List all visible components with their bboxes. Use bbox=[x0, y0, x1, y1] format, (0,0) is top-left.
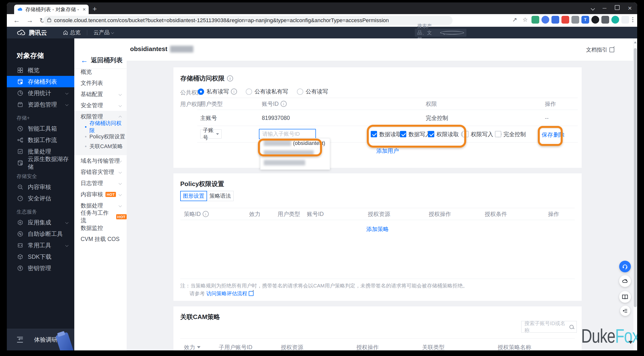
extension-icon[interactable] bbox=[532, 16, 539, 23]
sidebar-item-self-diagnosis[interactable]: 自助诊断工具 bbox=[7, 228, 74, 239]
extension-icon[interactable] bbox=[602, 16, 609, 23]
search-icon[interactable] bbox=[440, 31, 464, 34]
tab-search-chevron-icon[interactable] bbox=[592, 5, 594, 11]
customer-service-button[interactable] bbox=[619, 261, 631, 272]
sidebar-item-bucket-list[interactable]: 存储桶列表 bbox=[7, 76, 74, 87]
bucket-nav-policy-permission[interactable]: Policy权限设置 bbox=[74, 132, 127, 142]
search-icon[interactable] bbox=[570, 325, 574, 329]
radio-private-rw[interactable] bbox=[198, 89, 204, 95]
sidebar-item-sdk-download[interactable]: SDK下载 bbox=[7, 251, 74, 262]
sidebar-item-smart-toolbox[interactable]: 智能工具箱 bbox=[7, 123, 74, 134]
sub-account-select[interactable]: 子账号 bbox=[200, 129, 222, 139]
profile-avatar[interactable] bbox=[611, 16, 619, 23]
filter-icon[interactable] bbox=[197, 346, 200, 349]
sidebar-item-security-assessment[interactable]: 安全评估 bbox=[7, 192, 74, 204]
radio-public-rw[interactable] bbox=[297, 89, 303, 95]
sidebar-item-key-management[interactable]: 密钥管理 bbox=[7, 262, 74, 274]
checkbox-full-control[interactable]: 完全控制 bbox=[495, 130, 526, 138]
extension-icon[interactable] bbox=[552, 16, 559, 23]
page-scrollbar[interactable] bbox=[633, 38, 637, 351]
tencent-cloud-logo[interactable]: 腾讯云 bbox=[16, 29, 47, 37]
watermark-duke: Duke bbox=[581, 325, 615, 347]
lock-icon[interactable] bbox=[47, 19, 51, 22]
table-header-row: 效力 子用户账号ID 授权资源 授权操作 关联类型 授权策略名称 bbox=[180, 339, 575, 351]
nav-overview[interactable]: 总览 bbox=[62, 29, 80, 36]
policy-evaluation-link[interactable]: 访问策略评估流程 bbox=[206, 290, 247, 297]
add-policy-link[interactable]: 添加策略 bbox=[366, 225, 389, 233]
scrollbar-thumb[interactable] bbox=[634, 48, 637, 307]
sidebar-item-usage-stats[interactable]: 使用统计 bbox=[7, 87, 74, 99]
add-user-link[interactable]: 添加用户 bbox=[376, 147, 399, 155]
window-minimize-button[interactable]: ─ bbox=[602, 5, 606, 11]
radio-label: 公有读写 bbox=[306, 88, 328, 95]
sidebar-item-app-integration[interactable]: 应用集成 bbox=[7, 217, 74, 228]
extension-icon[interactable] bbox=[572, 16, 579, 23]
radio-public-read-private-write[interactable] bbox=[246, 89, 252, 95]
bucket-nav-basic-config[interactable]: 基础配置 bbox=[74, 89, 127, 100]
sidebar-item-content-audit[interactable]: 内容审核 bbox=[7, 181, 74, 192]
radio-label: 私有读写 bbox=[206, 88, 229, 95]
share-icon[interactable]: ↗ bbox=[510, 16, 519, 23]
sidebar-item-resource-packs[interactable]: 资源包管理 bbox=[7, 99, 74, 110]
sidebar-item-data-lake-storage[interactable]: 云原生数据湖存储 bbox=[7, 157, 74, 169]
doc-guide-link[interactable]: 文档指引 bbox=[586, 46, 614, 53]
console-search-input[interactable]: 搜索产品、文档... bbox=[415, 29, 466, 37]
extension-tampermonkey-icon[interactable]: T bbox=[582, 16, 589, 23]
feedback-list-button[interactable] bbox=[620, 306, 630, 316]
sidebar-item-common-tools[interactable]: 常用工具 bbox=[7, 239, 74, 251]
dropdown-item[interactable] bbox=[260, 158, 330, 168]
new-tab-button[interactable]: + bbox=[92, 5, 97, 13]
collapse-sidebar-icon[interactable] bbox=[17, 337, 23, 343]
bucket-nav-task-workflow[interactable]: 任务与工作流HOT bbox=[74, 211, 127, 222]
extension-icon[interactable] bbox=[562, 16, 569, 23]
bucket-nav-fault-tolerance[interactable]: 容错容灾管理 bbox=[74, 166, 127, 178]
back-button[interactable]: ← bbox=[13, 16, 20, 24]
bucket-nav-access-permission[interactable]: 存储桶访问权限 bbox=[74, 122, 127, 132]
info-icon[interactable]: i bbox=[231, 89, 237, 95]
scroll-up-arrow[interactable] bbox=[634, 41, 636, 43]
screenshot-frame: 存储桶列表 - 对象存储 - 控制台 × + ─ × ← → ↻ console… bbox=[0, 0, 644, 356]
info-icon[interactable]: i bbox=[280, 101, 287, 107]
overview-icon bbox=[16, 67, 24, 74]
bucket-nav-log-mgmt[interactable]: 日志管理 bbox=[74, 178, 127, 189]
cloud-notice-button[interactable] bbox=[619, 275, 631, 287]
browser-menu-icon[interactable] bbox=[632, 17, 633, 22]
bucket-nav-file-list[interactable]: 文件列表 bbox=[74, 77, 127, 89]
tab-graphic-setting[interactable]: 图形设置 bbox=[180, 191, 207, 201]
browser-tab[interactable]: 存储桶列表 - 对象存储 - 控制台 × bbox=[14, 5, 89, 14]
cam-search-input[interactable]: 搜索子账号ID或名称 bbox=[521, 321, 577, 333]
bucket-nav-domain-transfer[interactable]: 域名与传输管理 bbox=[74, 155, 127, 166]
extension-icon[interactable] bbox=[592, 16, 599, 23]
documentation-button[interactable] bbox=[619, 291, 631, 303]
cam-card-title: 关联CAM策略 bbox=[180, 313, 220, 321]
sidebar-item-data-workflow[interactable]: 数据工作流 bbox=[7, 134, 74, 146]
window-close-button[interactable]: × bbox=[628, 4, 632, 12]
bookmark-star-icon[interactable]: ☆ bbox=[521, 16, 529, 23]
side-panel-icon[interactable] bbox=[621, 16, 629, 23]
address-bar[interactable]: console.cloud.tencent.com/cos/bucket?buc… bbox=[43, 16, 452, 25]
sub-account-id-input[interactable] bbox=[259, 129, 316, 139]
bucket-nav-data-monitor[interactable]: 数据监控 bbox=[74, 222, 127, 233]
bucket-list-icon bbox=[16, 78, 24, 85]
policy-tabs: 图形设置 策略语法 bbox=[180, 191, 234, 201]
tencent-cloud-logo-icon bbox=[16, 29, 26, 36]
tab-close-icon[interactable]: × bbox=[82, 6, 86, 13]
sidebar-item-overview[interactable]: 概览 bbox=[7, 64, 74, 76]
nav-cloud-products[interactable]: 云产品 bbox=[94, 29, 113, 36]
extension-icon[interactable] bbox=[542, 16, 549, 23]
bucket-nav-cvm-mount[interactable]: CVM 挂载 COS bbox=[74, 233, 127, 245]
bucket-nav-content-audit[interactable]: 内容审核HOT bbox=[74, 189, 127, 200]
back-to-bucket-list[interactable]: ← 返回桶列表 bbox=[80, 56, 122, 64]
checkbox-icon[interactable] bbox=[495, 131, 501, 137]
info-icon[interactable]: i bbox=[227, 75, 233, 81]
tab-policy-syntax[interactable]: 策略语法 bbox=[207, 191, 234, 201]
bucket-nav-cam-policy[interactable]: 关联CAM策略 bbox=[74, 142, 127, 151]
window-maximize-button[interactable] bbox=[615, 5, 620, 11]
bucket-nav-overview[interactable]: 概览 bbox=[74, 66, 127, 77]
bucket-nav-security-mgmt[interactable]: 安全管理 bbox=[74, 100, 127, 111]
pulse-icon bbox=[16, 230, 24, 238]
forward-button[interactable]: → bbox=[26, 16, 33, 24]
info-icon[interactable]: i bbox=[203, 211, 209, 217]
col-sub-user-id: 子用户账号ID bbox=[219, 344, 252, 351]
hot-badge: HOT bbox=[106, 192, 116, 197]
